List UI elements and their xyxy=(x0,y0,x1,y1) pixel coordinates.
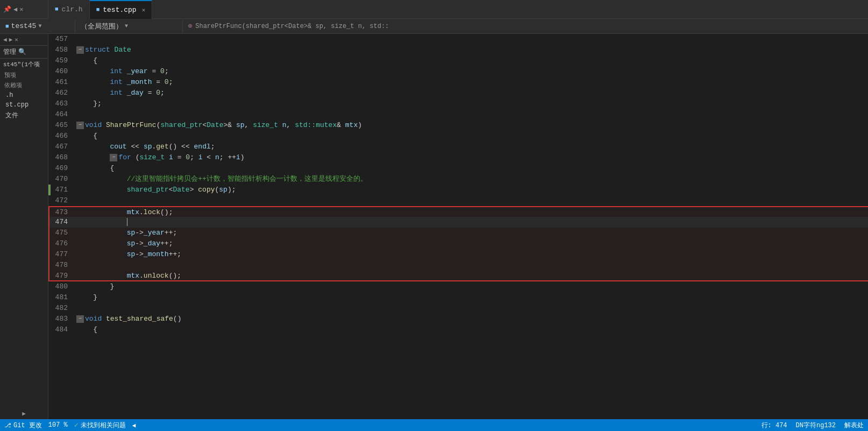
clr-h-tab-label: clr.h xyxy=(62,5,83,13)
sidebar-section-prereq: 预项 xyxy=(0,70,48,80)
clr-h-file-icon: ■ xyxy=(55,6,59,12)
status-scroll-left[interactable]: ◀ xyxy=(132,422,136,429)
ln-478: 478 xyxy=(49,260,75,271)
lc-480: } xyxy=(75,281,114,292)
tab-close-btn[interactable]: ✕ xyxy=(142,6,146,13)
ln-458: 458 xyxy=(48,45,75,55)
check-icon: ✓ xyxy=(74,421,79,429)
lc-460: int _year = 0; xyxy=(75,66,169,77)
git-label: Git 更改 xyxy=(13,421,42,430)
code-line-461: 461 int _month = 0; xyxy=(48,77,868,88)
lc-458: −struct Date xyxy=(75,45,131,55)
ln-469: 469 xyxy=(48,163,75,174)
sidebar-project-label: st45"(1个项 xyxy=(0,59,48,70)
ln-476: 476 xyxy=(49,238,75,249)
code-line-484: 484 { xyxy=(48,324,868,335)
nav-scope-label: （全局范围） xyxy=(81,22,123,31)
tab-clr-h[interactable]: ■ clr.h xyxy=(48,0,90,19)
status-git[interactable]: ⎇ Git 更改 xyxy=(4,421,42,430)
editor-area[interactable]: 457 458 −struct Date 459 { 460 in xyxy=(48,34,868,419)
sidebar-manage-label[interactable]: 管理 xyxy=(3,47,16,56)
code-line-457: 457 xyxy=(48,34,868,45)
sidebar-x-icon[interactable]: ✕ xyxy=(15,36,18,43)
lc-471: shared_ptr<Date> copy(sp); xyxy=(75,185,236,195)
nav-file-selector[interactable]: ■ test45 ▼ xyxy=(0,19,75,33)
nav-bar: ■ test45 ▼ （全局范围） ▼ ⊙ SharePtrFunc(share… xyxy=(0,19,868,34)
close-icon[interactable]: ✕ xyxy=(19,5,23,13)
lc-484: { xyxy=(75,324,97,335)
status-zoom[interactable]: 107 % xyxy=(48,421,68,429)
ln-484: 484 xyxy=(48,324,75,335)
ln-479: 479 xyxy=(49,271,75,280)
lc-457 xyxy=(75,34,76,45)
lc-466: { xyxy=(75,131,97,142)
status-line-ending[interactable]: 解表处 xyxy=(844,421,864,430)
fold-468[interactable]: − xyxy=(110,154,117,161)
lc-475: sp->_year++; xyxy=(75,228,177,238)
lc-462: int _day = 0; xyxy=(75,88,165,98)
ln-468: 468 xyxy=(48,152,75,163)
nav-function-display: ⊙ SharePtrFunc(shared_ptr<Date>& sp, siz… xyxy=(183,22,868,30)
back-icon[interactable]: ◀ xyxy=(13,5,17,13)
code-line-481: 481 } xyxy=(48,292,868,303)
code-line-470: 470 //这里智能指针拷贝会++计数，智能指针析构会一计数，这里是线程安全的。 xyxy=(48,174,868,185)
code-line-469: 469 { xyxy=(48,163,868,174)
sidebar-file-misc[interactable]: 文件 xyxy=(0,110,48,121)
status-encoding[interactable]: DN字符ng132 xyxy=(796,421,836,430)
code-line-466: 466 { xyxy=(48,131,868,142)
code-line-473: 473 mtx.lock(); xyxy=(48,206,868,217)
code-line-483: 483 −void test_shared_safe() xyxy=(48,314,868,324)
lc-463: }; xyxy=(75,98,102,109)
ln-460: 460 xyxy=(48,66,75,77)
sidebar-file-h[interactable]: .h xyxy=(0,90,48,100)
no-issues-label: 未找到相关问题 xyxy=(81,421,126,430)
nav-function-icon: ⊙ xyxy=(188,22,192,30)
nav-file-chevron: ▼ xyxy=(38,23,41,29)
sidebar-scroll-down[interactable]: ▶ xyxy=(0,408,48,419)
code-line-482: 482 xyxy=(48,303,868,314)
lc-478 xyxy=(75,260,76,271)
main-area: ◀ ▶ ✕ 管理 🔍 st45"(1个项 预项 依赖项 .h st.cpp 文件… xyxy=(0,34,868,419)
fold-483[interactable]: − xyxy=(76,315,84,323)
status-line-info[interactable]: 行: 474 xyxy=(762,421,787,430)
tab-test-cpp[interactable]: ■ test.cpp ✕ xyxy=(90,0,153,19)
lc-477: sp->_month++; xyxy=(75,249,181,260)
lc-482 xyxy=(75,303,76,314)
lc-470: //这里智能指针拷贝会++计数，智能指针析构会一计数，这里是线程安全的。 xyxy=(75,174,367,185)
code-line-475: 475 sp->_year++; xyxy=(48,228,868,238)
code-line-459: 459 { xyxy=(48,55,868,66)
ln-473: 473 xyxy=(49,207,75,217)
lc-473: mtx.lock(); xyxy=(75,207,173,217)
code-line-479: 479 mtx.unlock(); xyxy=(48,271,868,281)
nav-scope-selector[interactable]: （全局范围） ▼ xyxy=(75,19,183,33)
sidebar-search-icon[interactable]: 🔍 xyxy=(18,48,26,56)
ln-466: 466 xyxy=(48,131,75,142)
ln-461: 461 xyxy=(48,77,75,88)
lc-472 xyxy=(75,195,76,206)
ln-481: 481 xyxy=(48,292,75,303)
code-line-458: 458 −struct Date xyxy=(48,45,868,55)
pin-icon: 📌 xyxy=(3,5,11,13)
ln-465: 465 xyxy=(48,120,75,131)
status-right: 行: 474 DN字符ng132 解表处 xyxy=(762,421,864,430)
ln-483: 483 xyxy=(48,314,75,324)
lc-459: { xyxy=(75,55,97,66)
nav-function-label: SharePtrFunc(shared_ptr<Date>& sp, size_… xyxy=(195,23,389,30)
nav-scope-chevron: ▼ xyxy=(125,23,128,29)
code-line-467: 467 cout << sp.get() << endl; xyxy=(48,142,868,152)
sidebar-back-icon[interactable]: ◀ xyxy=(3,36,7,43)
sidebar-manage-row: 管理 🔍 xyxy=(0,46,48,59)
lc-479: mtx.unlock(); xyxy=(75,271,181,280)
sidebar-forward-icon[interactable]: ▶ xyxy=(9,36,13,43)
fold-465[interactable]: − xyxy=(76,122,84,129)
fold-458[interactable]: − xyxy=(76,46,84,54)
code-line-477: 477 sp->_month++; xyxy=(48,249,868,260)
ln-462: 462 xyxy=(48,88,75,98)
nav-file-icon: ■ xyxy=(5,23,9,30)
tab-bar: 📌 ◀ ✕ ■ clr.h ■ test.cpp ✕ xyxy=(0,0,868,19)
status-no-issues[interactable]: ✓ 未找到相关问题 xyxy=(74,421,126,430)
sidebar-file-cpp[interactable]: st.cpp xyxy=(0,100,48,110)
lc-465: −void SharePtrFunc(shared_ptr<Date>& sp,… xyxy=(75,120,362,131)
lc-476: sp->_day++; xyxy=(75,238,173,249)
sidebar: ◀ ▶ ✕ 管理 🔍 st45"(1个项 预项 依赖项 .h st.cpp 文件… xyxy=(0,34,48,419)
